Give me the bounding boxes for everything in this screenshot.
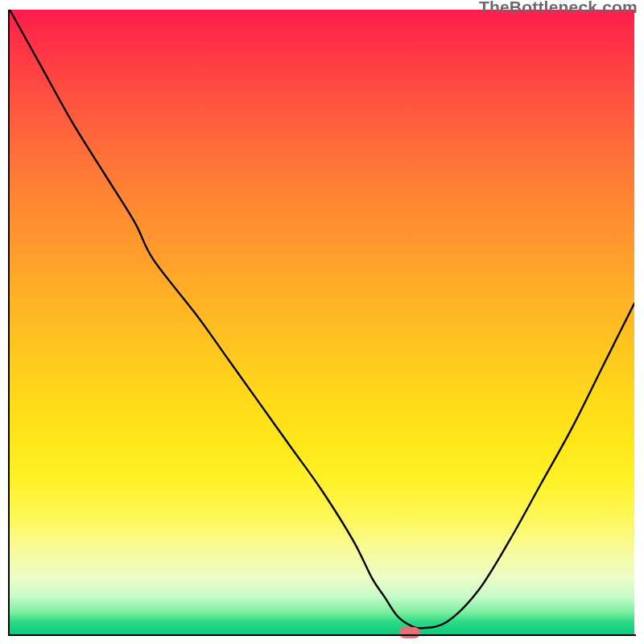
y-axis	[8, 10, 10, 636]
optimal-point-marker	[399, 627, 420, 638]
bottleneck-curve-line	[10, 10, 634, 628]
bottleneck-chart: TheBottleneck.com	[0, 0, 644, 644]
chart-plot-area	[10, 10, 634, 634]
watermark-text: TheBottleneck.com	[479, 0, 638, 17]
x-axis	[8, 634, 636, 636]
